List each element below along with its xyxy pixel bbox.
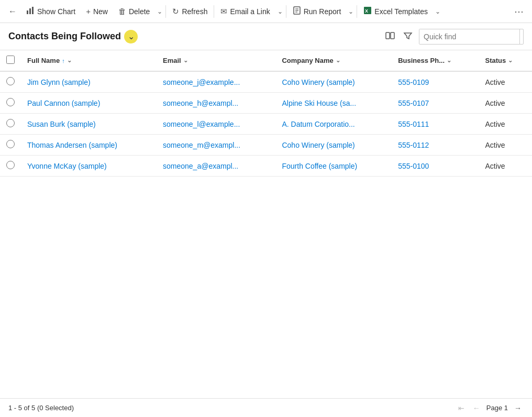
run-report-button[interactable]: Run Report xyxy=(287,3,347,19)
row-full-name: Susan Burk (sample) xyxy=(21,114,157,135)
full-name-link[interactable]: Susan Burk (sample) xyxy=(27,120,96,128)
refresh-icon: ↻ xyxy=(172,7,179,16)
business-phone-link[interactable]: 555-0112 xyxy=(398,141,429,149)
col-status: Status ⌄ xyxy=(479,50,532,71)
svg-rect-2 xyxy=(32,7,34,14)
row-status: Active xyxy=(479,114,532,135)
filter-button[interactable] xyxy=(401,29,415,45)
col-status-label: Status xyxy=(485,57,506,64)
refresh-button[interactable]: ↻ Refresh xyxy=(167,4,213,19)
table-body: Jim Glynn (sample) someone_j@example... … xyxy=(0,71,532,177)
row-business-phone: 555-0100 xyxy=(392,156,479,177)
excel-templates-label: Excel Templates xyxy=(374,7,428,16)
col-full-name-label: Full Name xyxy=(27,57,60,64)
company-name-link[interactable]: A. Datum Corporatio... xyxy=(282,120,354,128)
row-business-phone: 555-0112 xyxy=(392,135,479,156)
company-name-link[interactable]: Alpine Ski House (sa... xyxy=(282,99,356,107)
show-chart-button[interactable]: Show Chart xyxy=(21,3,81,19)
business-phone-link[interactable]: 555-0109 xyxy=(398,78,429,86)
row-check-col xyxy=(0,114,21,135)
email-link[interactable]: someone_j@example... xyxy=(163,78,240,86)
row-business-phone: 555-0111 xyxy=(392,114,479,135)
col-business-phone-chevron[interactable]: ⌄ xyxy=(447,57,451,64)
row-company-name: Fourth Coffee (sample) xyxy=(275,156,392,177)
svg-text:X: X xyxy=(365,8,368,14)
row-radio[interactable] xyxy=(6,98,15,106)
row-email: someone_m@exampl... xyxy=(157,135,275,156)
quick-find-input[interactable] xyxy=(419,29,519,44)
col-company-name-label: Company Name xyxy=(282,57,333,64)
email-link[interactable]: someone_h@exampl... xyxy=(163,99,238,107)
row-status: Active xyxy=(479,71,532,93)
contacts-table: Full Name ↑ ⌄ Email ⌄ Company Name ⌄ xyxy=(0,50,532,177)
excel-templates-button[interactable]: X Excel Templates xyxy=(358,3,433,19)
row-check-col xyxy=(0,156,21,177)
select-all-checkbox[interactable] xyxy=(6,56,15,64)
sort-asc-icon[interactable]: ↑ xyxy=(62,58,65,64)
select-all-col xyxy=(0,50,21,71)
col-email: Email ⌄ xyxy=(157,50,275,71)
new-label: New xyxy=(93,7,108,16)
company-name-link[interactable]: Coho Winery (sample) xyxy=(282,78,354,86)
business-phone-link[interactable]: 555-0107 xyxy=(398,99,429,107)
email-link-dropdown-button[interactable]: ⌄ xyxy=(275,5,285,18)
quick-find-search-button[interactable]: 🔍 xyxy=(519,29,524,44)
col-company-name: Company Name ⌄ xyxy=(275,50,392,71)
row-radio[interactable] xyxy=(6,140,15,148)
view-title-chevron[interactable]: ⌄ xyxy=(124,30,138,43)
col-company-name-chevron[interactable]: ⌄ xyxy=(336,57,340,64)
delete-dropdown-button[interactable]: ⌄ xyxy=(155,5,164,18)
back-button[interactable]: ← xyxy=(4,4,21,19)
company-name-link[interactable]: Fourth Coffee (sample) xyxy=(282,162,357,170)
divider-1 xyxy=(165,5,166,18)
business-phone-link[interactable]: 555-0100 xyxy=(398,162,429,170)
row-radio[interactable] xyxy=(6,119,15,127)
table-row: Paul Cannon (sample) someone_h@exampl...… xyxy=(0,93,532,114)
col-status-chevron[interactable]: ⌄ xyxy=(508,57,513,64)
toolbar: ← Show Chart + New 🗑 Delete ⌄ ↻ Refresh … xyxy=(0,0,532,23)
email-link[interactable]: someone_m@exampl... xyxy=(163,141,240,149)
view-header: Contacts Being Followed ⌄ 🔍 xyxy=(0,23,532,50)
full-name-link[interactable]: Yvonne McKay (sample) xyxy=(27,162,107,170)
column-editor-button[interactable] xyxy=(383,29,397,45)
row-full-name: Thomas Andersen (sample) xyxy=(21,135,157,156)
delete-label: Delete xyxy=(129,7,150,16)
table-row: Susan Burk (sample) someone_l@example...… xyxy=(0,114,532,135)
business-phone-link[interactable]: 555-0111 xyxy=(398,120,429,128)
email-icon: ✉ xyxy=(220,7,227,16)
run-report-dropdown-button[interactable]: ⌄ xyxy=(346,5,356,18)
email-link[interactable]: someone_l@example... xyxy=(163,120,240,128)
company-name-link[interactable]: Coho Winery (sample) xyxy=(282,141,354,149)
col-business-phone-label: Business Ph... xyxy=(398,57,445,64)
table-container: Full Name ↑ ⌄ Email ⌄ Company Name ⌄ xyxy=(0,50,532,177)
col-email-chevron[interactable]: ⌄ xyxy=(183,57,188,64)
email-link[interactable]: someone_a@exampl... xyxy=(163,162,238,170)
header-icons: 🔍 xyxy=(383,29,524,45)
table-row: Thomas Andersen (sample) someone_m@examp… xyxy=(0,135,532,156)
full-name-link[interactable]: Jim Glynn (sample) xyxy=(27,78,91,86)
row-email: someone_l@example... xyxy=(157,114,275,135)
row-radio[interactable] xyxy=(6,161,15,169)
refresh-label: Refresh xyxy=(182,7,207,16)
delete-button[interactable]: 🗑 Delete xyxy=(113,4,155,19)
table-row: Jim Glynn (sample) someone_j@example... … xyxy=(0,71,532,93)
col-full-name-chevron[interactable]: ⌄ xyxy=(67,57,72,64)
report-icon xyxy=(293,6,301,16)
more-button[interactable]: ⋯ xyxy=(510,3,528,20)
row-check-col xyxy=(0,71,21,93)
email-link-button[interactable]: ✉ Email a Link xyxy=(215,4,275,19)
row-full-name: Paul Cannon (sample) xyxy=(21,93,157,114)
row-email: someone_j@example... xyxy=(157,71,275,93)
row-status: Active xyxy=(479,93,532,114)
full-name-link[interactable]: Thomas Andersen (sample) xyxy=(27,141,117,149)
row-radio[interactable] xyxy=(6,77,15,85)
row-status: Active xyxy=(479,156,532,177)
row-status: Active xyxy=(479,135,532,156)
new-button[interactable]: + New xyxy=(81,4,113,19)
row-company-name: A. Datum Corporatio... xyxy=(275,114,392,135)
svg-rect-0 xyxy=(27,10,28,14)
svg-rect-1 xyxy=(29,8,31,14)
excel-dropdown-button[interactable]: ⌄ xyxy=(433,5,442,18)
full-name-link[interactable]: Paul Cannon (sample) xyxy=(27,99,100,107)
col-business-phone: Business Ph... ⌄ xyxy=(392,50,479,71)
